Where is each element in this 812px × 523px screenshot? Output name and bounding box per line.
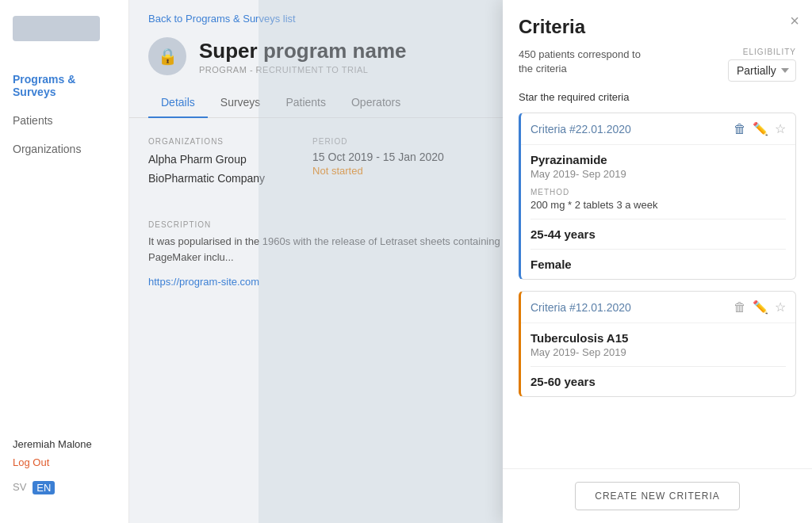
sidebar-user-name: Jeremiah Malone	[13, 438, 116, 450]
criteria-title: Criteria	[519, 16, 796, 38]
drug-name-2: Tuberculosis A15	[530, 331, 786, 345]
age-range-1: 25-44 years	[530, 227, 786, 241]
lang-en-button[interactable]: EN	[33, 481, 55, 494]
program-icon: 🔒	[148, 37, 186, 75]
patients-count: 450 patients correspond to the criteria	[519, 48, 645, 76]
criteria-header: × Criteria 450 patients correspond to th…	[503, 0, 812, 113]
criteria-card-1-header: Criteria #22.01.2020 🗑 ✏️ ☆	[521, 113, 795, 145]
criteria-card-2-header: Criteria #12.01.2020 🗑 ✏️ ☆	[521, 292, 795, 323]
main-content-wrapper: Back to Programs & Surveys list 🔒 Super …	[129, 0, 812, 523]
sidebar-item-organizations[interactable]: Organizations	[0, 135, 128, 163]
create-new-criteria-button[interactable]: CREATE NEW CRITERIA	[575, 482, 739, 510]
criteria-card-1-body: Pyrazinamide May 2019- Sep 2019 METHOD 2…	[521, 145, 795, 279]
criteria-card-1-title: Criteria #22.01.2020	[530, 123, 631, 136]
edit-criteria-2-icon[interactable]: ✏️	[753, 300, 768, 315]
logout-button[interactable]: Log Out	[13, 456, 116, 468]
star-criteria-1-icon[interactable]: ☆	[775, 121, 786, 136]
age-range-2: 25-60 years	[530, 375, 786, 388]
criteria-footer: CREATE NEW CRITERIA	[503, 468, 812, 523]
tab-details[interactable]: Details	[148, 88, 208, 118]
gender-1: Female	[530, 258, 786, 271]
lock-icon: 🔒	[158, 47, 178, 66]
sidebar-footer: Jeremiah Malone Log Out SV EN	[0, 426, 128, 507]
sidebar-item-patients[interactable]: Patients	[0, 106, 128, 135]
star-required-text: Star the required criteria	[519, 91, 796, 103]
delete-criteria-1-icon[interactable]: 🗑	[733, 122, 746, 136]
sidebar-logo	[13, 16, 100, 41]
method-label-1: METHOD	[530, 188, 786, 197]
sidebar-item-programs-surveys[interactable]: Programs & Surveys	[0, 65, 128, 106]
eligibility-label: ELIGIBILITY	[728, 48, 796, 56]
criteria-card-2-title: Criteria #12.01.2020	[530, 301, 631, 314]
organizations-list: Alpha Pharm Group BioPharmatic Company	[148, 151, 265, 189]
star-criteria-2-icon[interactable]: ☆	[775, 300, 786, 315]
eligibility-block: ELIGIBILITY Partially Fully None	[728, 48, 796, 82]
eligibility-select[interactable]: Partially Fully None	[728, 59, 796, 82]
edit-criteria-1-icon[interactable]: ✏️	[753, 121, 768, 136]
criteria-card-2-actions: 🗑 ✏️ ☆	[733, 300, 786, 315]
sidebar: Programs & Surveys Patients Organization…	[0, 0, 129, 523]
criteria-card-2-body: Tuberculosis A15 May 2019- Sep 2019 25-6…	[521, 323, 795, 396]
criteria-card-1: Criteria #22.01.2020 🗑 ✏️ ☆ Pyrazinamide…	[519, 113, 796, 280]
organizations-label: ORGANIZATIONS	[148, 137, 265, 146]
language-switcher: SV EN	[13, 481, 116, 494]
criteria-card-2: Criteria #12.01.2020 🗑 ✏️ ☆ Tuberculosis…	[519, 291, 796, 397]
divider-1	[530, 219, 786, 220]
sidebar-navigation: Programs & Surveys Patients Organization…	[0, 65, 128, 426]
drug-date-1: May 2019- Sep 2019	[530, 168, 786, 180]
divider-3	[530, 366, 786, 367]
drug-date-2: May 2019- Sep 2019	[530, 346, 786, 358]
criteria-list: Criteria #22.01.2020 🗑 ✏️ ☆ Pyrazinamide…	[503, 113, 812, 468]
criteria-meta: 450 patients correspond to the criteria …	[519, 48, 796, 82]
criteria-card-1-actions: 🗑 ✏️ ☆	[733, 121, 786, 136]
drug-name-1: Pyrazinamide	[530, 153, 786, 166]
method-value-1: 200 mg * 2 tablets 3 a week	[530, 199, 786, 211]
close-button[interactable]: ×	[790, 13, 799, 29]
criteria-panel: × Criteria 450 patients correspond to th…	[503, 0, 812, 523]
lang-sv-button[interactable]: SV	[13, 481, 26, 494]
delete-criteria-2-icon[interactable]: 🗑	[733, 300, 746, 315]
divider-2	[530, 249, 786, 250]
